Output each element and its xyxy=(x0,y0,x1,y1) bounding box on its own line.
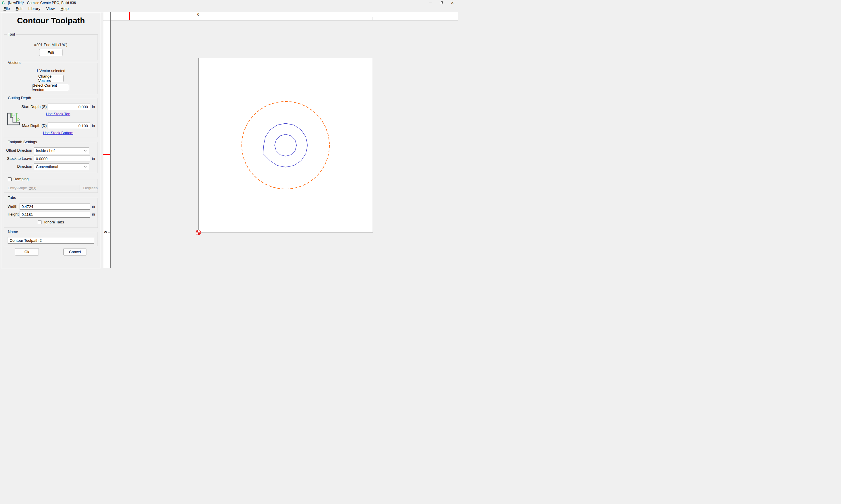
start-depth-label: Start Depth (S) xyxy=(4,104,47,109)
tab-width-unit: in xyxy=(92,204,95,209)
edit-tool-button[interactable]: Edit xyxy=(39,49,63,56)
direction-label: Direction xyxy=(4,164,32,168)
window-title: [NewFile]* - Carbide Create PRO, Build 8… xyxy=(8,1,76,5)
start-depth-unit: in xyxy=(92,104,95,109)
stock-to-leave-input[interactable] xyxy=(34,156,90,162)
change-vectors-button[interactable]: Change Vectors xyxy=(38,75,64,82)
vectors-legend: Vectors xyxy=(7,60,22,65)
ruler-cursor-x xyxy=(129,12,130,20)
tool-groupbox: Tool #201 End Mill (1/4") Edit xyxy=(4,34,98,60)
design-canvas[interactable] xyxy=(111,20,458,268)
offset-direction-label: Offset Direction xyxy=(4,148,32,152)
cutting-depth-legend: Cutting Depth xyxy=(7,96,32,100)
page-title: Contour Toolpath xyxy=(1,16,101,25)
window-controls: ✕ xyxy=(425,0,458,5)
contour-toolpath-panel: Contour Toolpath Tool #201 End Mill (1/4… xyxy=(1,13,101,268)
stock-to-leave-unit: in xyxy=(92,156,95,161)
horizontal-ruler: 0 xyxy=(111,12,458,20)
menu-library[interactable]: Library xyxy=(25,6,43,12)
chevron-down-icon xyxy=(84,166,87,168)
vector-circle-middle[interactable] xyxy=(263,123,308,167)
ruler-corner xyxy=(103,12,110,20)
ramping-groupbox: Ramping Entry Angle Degrees xyxy=(4,179,98,193)
chevron-down-icon xyxy=(84,150,87,152)
tab-height-unit: in xyxy=(92,212,95,216)
svg-text:S: S xyxy=(13,113,15,117)
restore-icon xyxy=(440,1,443,4)
vectors-status: 1 Vector selected xyxy=(4,69,98,73)
app-logo-icon: C xyxy=(2,1,5,5)
entry-angle-label: Entry Angle xyxy=(7,186,27,190)
tab-height-input[interactable] xyxy=(20,211,90,218)
stock-to-leave-label: Stock to Leave xyxy=(4,156,32,161)
max-depth-label: Max Depth (D) xyxy=(4,123,47,128)
start-depth-input[interactable] xyxy=(48,104,90,110)
minimize-button[interactable] xyxy=(425,0,436,5)
ignore-tabs-label: Ignore Tabs xyxy=(44,220,64,224)
use-stock-bottom-link[interactable]: Use Stock Bottom xyxy=(43,131,73,135)
minimize-icon xyxy=(429,3,432,3)
menu-view[interactable]: View xyxy=(43,6,57,12)
svg-text:D: D xyxy=(18,118,20,121)
ok-button[interactable]: Ok xyxy=(15,248,39,255)
entry-angle-unit: Degrees xyxy=(83,186,98,190)
h-ruler-zero-label: 0 xyxy=(195,13,201,17)
max-depth-unit: in xyxy=(92,123,95,128)
selected-vector-circle[interactable] xyxy=(242,102,329,189)
tab-height-label: Height xyxy=(7,212,19,216)
name-legend: Name xyxy=(7,230,19,234)
v-ruler-tick xyxy=(108,58,110,58)
name-groupbox: Name xyxy=(4,232,98,246)
menu-help[interactable]: Help xyxy=(57,6,71,12)
menu-file[interactable]: File xyxy=(1,6,13,12)
cutting-depth-groupbox: Cutting Depth Start Depth (S) in Use Sto… xyxy=(4,98,98,137)
offset-direction-select[interactable]: Inside / Left xyxy=(34,147,89,154)
tool-legend: Tool xyxy=(7,32,16,37)
origin-marker-icon xyxy=(196,230,201,235)
h-ruler-tick xyxy=(373,17,373,20)
tab-width-input[interactable] xyxy=(20,203,90,210)
select-current-vectors-button[interactable]: Select Current Vectors xyxy=(32,84,69,91)
title-bar: C [NewFile]* - Carbide Create PRO, Build… xyxy=(0,0,458,5)
ramping-label: Ramping xyxy=(14,177,29,181)
close-icon: ✕ xyxy=(451,1,454,5)
tabs-legend: Tabs xyxy=(7,195,17,200)
menu-edit[interactable]: Edit xyxy=(13,6,25,12)
toolpath-settings-legend: Toolpath Settings xyxy=(7,140,38,144)
restore-button[interactable] xyxy=(436,0,447,5)
max-depth-input[interactable] xyxy=(48,123,90,129)
close-button[interactable]: ✕ xyxy=(447,0,458,5)
selected-tool-label: #201 End Mill (1/4") xyxy=(4,42,98,47)
toolpath-name-input[interactable] xyxy=(7,237,94,244)
toolpath-settings-groupbox: Toolpath Settings Offset Direction Insid… xyxy=(4,142,98,173)
v-ruler-zero-label: 0 xyxy=(104,230,108,234)
ramping-checkbox[interactable] xyxy=(8,177,12,181)
h-ruler-tick xyxy=(198,17,198,20)
ignore-tabs-checkbox[interactable] xyxy=(38,220,41,224)
tabs-groupbox: Tabs Width in Height in Ignore Tabs xyxy=(4,198,98,228)
menu-bar: File Edit Library View Help xyxy=(0,5,458,12)
entry-angle-input xyxy=(27,185,80,191)
vertical-ruler: 0 xyxy=(103,20,110,268)
vector-circle-inner[interactable] xyxy=(275,134,297,156)
cancel-button[interactable]: Cancel xyxy=(63,248,86,255)
tab-width-label: Width xyxy=(7,204,17,209)
ruler-cursor-y xyxy=(103,154,110,155)
direction-select[interactable]: Conventional xyxy=(34,163,89,170)
use-stock-top-link[interactable]: Use Stock Top xyxy=(46,112,70,116)
vectors-groupbox: Vectors 1 Vector selected Change Vectors… xyxy=(4,63,98,94)
